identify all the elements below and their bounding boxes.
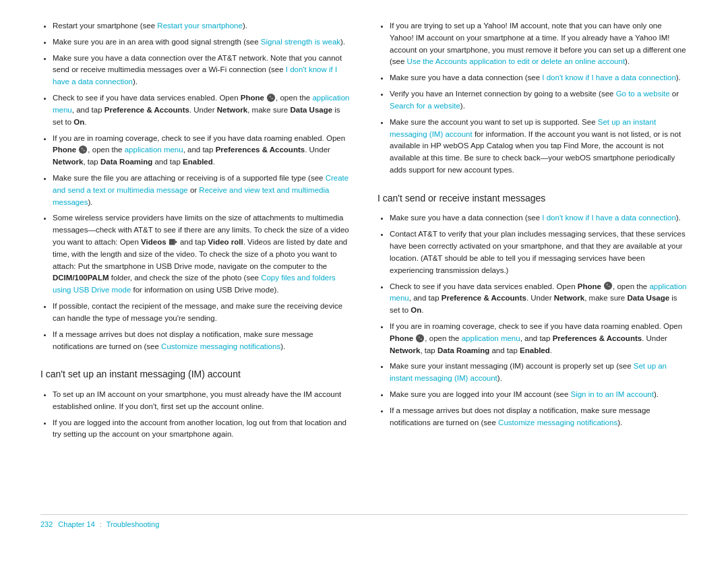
data-usage-bold1: Data Usage — [290, 106, 332, 114]
phone-icon4 — [415, 334, 425, 343]
columns: Restart your smartphone (see Restart you… — [40, 20, 688, 501]
data-usage-bold2: Data Usage — [627, 294, 669, 302]
list-item: If you are trying to set up a Yahoo! IM … — [390, 20, 688, 68]
sign-in-im-link[interactable]: Sign in to an IM account — [570, 390, 653, 398]
troubleshooting-text: Troubleshooting — [107, 520, 159, 528]
send-receive-bullets: Make sure you have a data connection (se… — [377, 212, 688, 429]
im-account-section-heading: I can't set up an instant messaging (IM)… — [40, 367, 351, 382]
pref-accounts-bold4: Preferences & Accounts — [553, 334, 642, 342]
list-item: Make sure the account you want to set up… — [390, 117, 688, 177]
dcim-bold: DCIM/100PALM — [53, 274, 109, 282]
on-bold1: On — [73, 118, 84, 126]
list-item: Make sure the file you are attaching or … — [53, 173, 351, 208]
pref-accounts-bold2: Preferences & Accounts — [216, 146, 305, 154]
network-bold3: Network — [554, 294, 584, 302]
data-conn-right-link[interactable]: I don't know if I have a data connection — [542, 73, 675, 82]
list-item: Make sure you have a data connection (se… — [390, 72, 688, 84]
customize-msg-link2[interactable]: Customize messaging notifications — [498, 418, 617, 427]
phone-icon3 — [603, 281, 613, 290]
send-receive-section-heading: I can't send or receive instant messages — [377, 191, 688, 206]
phone-bold: Phone — [241, 94, 264, 102]
restart-link[interactable]: Restart your smartphone — [157, 22, 243, 30]
list-item: To set up an IM account on your smartpho… — [53, 389, 351, 413]
left-bullets-top: Restart your smartphone (see Restart you… — [40, 20, 351, 352]
videos-bold: Videos — [141, 238, 166, 246]
list-item: If you are logged into the account from … — [53, 417, 351, 441]
pref-accounts-bold1: Preference & Accounts — [104, 106, 189, 114]
list-item: Make sure your instant messaging (IM) ac… — [390, 361, 688, 385]
on-bold2: On — [411, 306, 421, 314]
data-roaming-bold: Data Roaming — [100, 158, 152, 166]
chapter-text: Chapter 14 — [58, 520, 94, 528]
list-item: Verify you have an Internet connection b… — [390, 88, 688, 113]
list-item: Make sure you have a data connection ove… — [53, 53, 351, 88]
customize-msg-link[interactable]: Customize messaging notifications — [161, 342, 280, 350]
page-footer: 232 Chapter 14 : Troubleshooting — [40, 514, 688, 528]
svg-point-0 — [267, 94, 275, 102]
right-column: If you are trying to set up a Yahoo! IM … — [377, 20, 688, 501]
phone-icon2 — [78, 145, 88, 154]
list-item: Make sure you are logged into your IM ac… — [390, 389, 688, 401]
phone-bold4: Phone — [390, 334, 413, 342]
list-item: Check to see if you have data services e… — [390, 281, 688, 317]
list-item: If possible, contact the recipient of th… — [53, 301, 351, 325]
video-icon — [169, 237, 178, 247]
data-connection-link[interactable]: I don't know if I have a data connection — [53, 65, 337, 86]
network-bold1: Network — [217, 106, 247, 114]
go-to-website-link[interactable]: Go to a website — [616, 90, 670, 98]
footer-chapter-label: Chapter 14 : Troubleshooting — [58, 520, 159, 528]
im-account-bullets: To set up an IM account on your smartpho… — [40, 389, 351, 441]
list-item: Make sure you have a data connection (se… — [390, 212, 688, 224]
svg-point-4 — [604, 282, 612, 290]
list-item: Contact AT&T to verify that your plan in… — [390, 228, 688, 276]
pref-accounts-bold3: Preference & Accounts — [442, 294, 526, 302]
video-roll-bold: Video roll — [208, 238, 243, 246]
app-menu-link4[interactable]: application menu — [462, 334, 520, 342]
phone-bold2: Phone — [53, 146, 76, 154]
list-item: Restart your smartphone (see Restart you… — [53, 20, 351, 32]
page-container: Restart your smartphone (see Restart you… — [0, 0, 728, 562]
list-item: Make sure you are in an area with good s… — [53, 36, 351, 49]
enabled-bold2: Enabled — [520, 346, 550, 354]
data-roaming-bold2: Data Roaming — [437, 346, 489, 354]
set-up-im-link2[interactable]: Set up an instant messaging (IM) account — [390, 362, 667, 382]
enabled-bold: Enabled — [183, 158, 213, 166]
right-bullets-top: If you are trying to set up a Yahoo! IM … — [377, 20, 688, 177]
app-menu-link2[interactable]: application menu — [125, 146, 183, 154]
network-bold2: Network — [53, 158, 83, 166]
list-item: If you are in roaming coverage, check to… — [53, 133, 351, 168]
svg-point-5 — [416, 334, 424, 342]
accounts-edit-link[interactable]: Use the Accounts application to edit or … — [407, 57, 626, 65]
search-website-link[interactable]: Search for a website — [390, 102, 460, 110]
list-item: If a message arrives but does not displa… — [390, 405, 688, 429]
phone-icon — [266, 93, 276, 102]
list-item: Some wireless service providers have lim… — [53, 212, 351, 296]
left-column: Restart your smartphone (see Restart you… — [40, 20, 351, 501]
signal-link[interactable]: Signal strength is weak — [261, 38, 340, 46]
network-bold4: Network — [390, 346, 420, 354]
footer-page-number: 232 — [40, 520, 53, 528]
svg-rect-2 — [169, 239, 175, 245]
list-item: Check to see if you have data services e… — [53, 92, 351, 128]
list-item: If you are in roaming coverage, check to… — [390, 321, 688, 356]
data-conn-send-link[interactable]: I don't know if I have a data connection — [542, 214, 675, 222]
svg-marker-3 — [175, 240, 177, 243]
svg-point-1 — [79, 146, 87, 154]
footer-separator: : — [100, 520, 102, 528]
set-up-im-link[interactable]: Set up an instant messaging (IM) account — [390, 118, 656, 138]
list-item: If a message arrives but does not displa… — [53, 329, 351, 353]
phone-bold3: Phone — [578, 282, 601, 290]
